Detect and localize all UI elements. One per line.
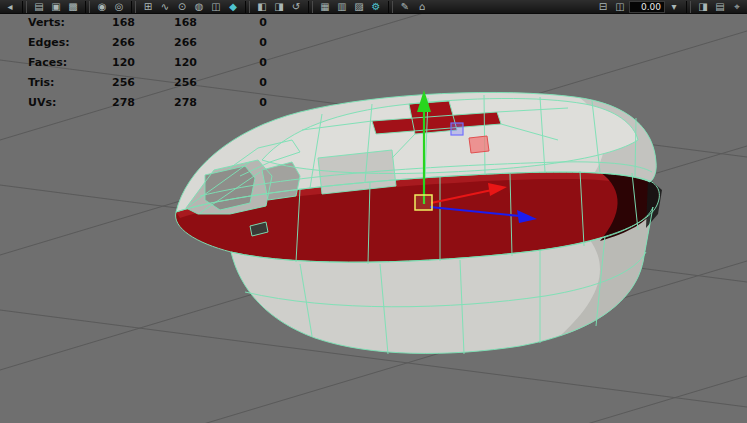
hud-row-label: Faces: bbox=[28, 53, 103, 73]
hud-row: Verts:1681680 bbox=[0, 13, 267, 33]
render-current-frame-icon[interactable]: ▥ bbox=[334, 0, 350, 13]
hud-current-count: 120 bbox=[103, 53, 135, 73]
render-settings-icon[interactable]: ⚙ bbox=[368, 0, 384, 13]
manipulator-xy-plane-handle[interactable] bbox=[469, 136, 489, 153]
selection-mask-component-icon[interactable]: ▩ bbox=[65, 0, 81, 13]
selection-mask-hierarchy-icon[interactable]: ▤ bbox=[31, 0, 47, 13]
highlight-selection-icon[interactable]: ◎ bbox=[111, 0, 127, 13]
input-connections-icon[interactable]: ◧ bbox=[254, 0, 270, 13]
toolbar-collapse-icon[interactable]: ◂ bbox=[2, 0, 18, 13]
toolbar-separator[interactable] bbox=[85, 1, 90, 13]
attribute-editor-toggle-icon[interactable]: ◨ bbox=[695, 0, 711, 13]
hud-row-label: UVs: bbox=[28, 93, 103, 113]
hud-current-count: 256 bbox=[103, 73, 135, 93]
hud-total-count: 278 bbox=[135, 93, 197, 113]
hud-extra-count: 0 bbox=[197, 93, 267, 113]
hud-row: UVs:2782780 bbox=[0, 93, 267, 113]
output-connections-icon[interactable]: ◨ bbox=[271, 0, 287, 13]
hud-row: Edges:2662660 bbox=[0, 33, 267, 53]
hud-current-count: 266 bbox=[103, 33, 135, 53]
make-live-icon[interactable]: ◆ bbox=[225, 0, 241, 13]
hud-total-count: 266 bbox=[135, 33, 197, 53]
toolbar-separator[interactable] bbox=[131, 1, 136, 13]
hud-extra-count: 0 bbox=[197, 33, 267, 53]
ipr-render-icon[interactable]: ▨ bbox=[351, 0, 367, 13]
hud-total-count: 120 bbox=[135, 53, 197, 73]
hud-extra-count: 0 bbox=[197, 13, 267, 33]
snap-to-point-icon[interactable]: ⊙ bbox=[174, 0, 190, 13]
hud-row: Tris:2562560 bbox=[0, 73, 267, 93]
snap-to-projected-center-icon[interactable]: ◍ bbox=[191, 0, 207, 13]
hud-total-count: 256 bbox=[135, 73, 197, 93]
toolbar-separator[interactable] bbox=[686, 1, 691, 13]
kit-right-shadow bbox=[646, 178, 662, 228]
hud-row: Faces:1201200 bbox=[0, 53, 267, 73]
maya-3d-viewport-screen: { "toolbar": { "coordinate_value": "0.00… bbox=[0, 0, 747, 423]
paint-effects-icon[interactable]: ✎ bbox=[397, 0, 413, 13]
absolute-relative-toggle-icon[interactable]: ▾ bbox=[666, 0, 682, 13]
selection-mask-object-icon[interactable]: ▣ bbox=[48, 0, 64, 13]
grid-layout-icon[interactable]: ⊟ bbox=[595, 0, 611, 13]
manipulator-center-handle[interactable] bbox=[415, 195, 432, 210]
tool-settings-toggle-icon[interactable]: ⌖ bbox=[729, 0, 745, 13]
hud-row-label: Edges: bbox=[28, 33, 103, 53]
grid-line bbox=[0, 376, 747, 423]
hud-row-label: Verts: bbox=[28, 13, 103, 33]
hud-current-count: 278 bbox=[103, 93, 135, 113]
toolbar-separator[interactable] bbox=[308, 1, 313, 13]
channel-box-toggle-icon[interactable]: ▤ bbox=[712, 0, 728, 13]
toolbar-separator[interactable] bbox=[245, 1, 250, 13]
status-line-toolbar: ◂▤▣▩◉◎⊞∿⊙◍◫◆◧◨↺▦▥▨⚙✎⌂⊟◫0.00▾◨▤⌖ bbox=[0, 0, 747, 14]
lock-selection-icon[interactable]: ◉ bbox=[94, 0, 110, 13]
hud-extra-count: 0 bbox=[197, 73, 267, 93]
toolbar-separator[interactable] bbox=[22, 1, 27, 13]
construction-history-icon[interactable]: ↺ bbox=[288, 0, 304, 13]
scene-hierarchy-icon[interactable]: ⌂ bbox=[414, 0, 430, 13]
snap-to-curve-icon[interactable]: ∿ bbox=[157, 0, 173, 13]
coordinate-input-field[interactable]: 0.00 bbox=[629, 1, 665, 13]
hud-current-count: 168 bbox=[103, 13, 135, 33]
toolbar-separator[interactable] bbox=[388, 1, 393, 13]
open-render-view-icon[interactable]: ▦ bbox=[317, 0, 333, 13]
panel-toggle-icon[interactable]: ◫ bbox=[612, 0, 628, 13]
hud-extra-count: 0 bbox=[197, 53, 267, 73]
manipulator-yz-plane-handle[interactable] bbox=[451, 123, 463, 135]
snap-to-view-plane-icon[interactable]: ◫ bbox=[208, 0, 224, 13]
hud-total-count: 168 bbox=[135, 13, 197, 33]
hud-row-label: Tris: bbox=[28, 73, 103, 93]
snap-to-grid-icon[interactable]: ⊞ bbox=[140, 0, 156, 13]
poly-count-hud: Verts:1681680Edges:2662660Faces:1201200T… bbox=[0, 13, 267, 113]
